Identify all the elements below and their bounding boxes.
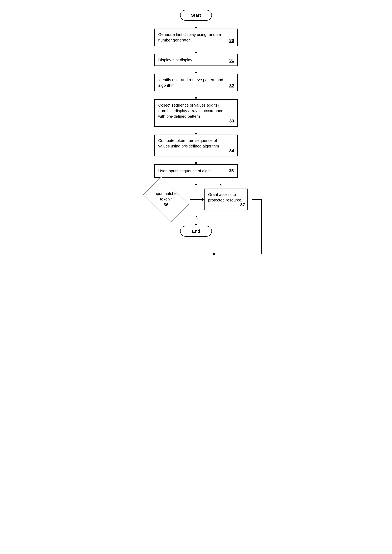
start-node: Start bbox=[180, 10, 212, 21]
step-35: User inputs sequence of digits 35 bbox=[154, 164, 238, 178]
grant-to-end-arrowhead bbox=[212, 253, 215, 256]
grant-box: Grant access to protected resource. 37 bbox=[204, 189, 248, 210]
no-path: N bbox=[193, 213, 199, 220]
arrow-6 bbox=[195, 156, 197, 164]
arrow-7 bbox=[195, 178, 197, 186]
arrow-4 bbox=[195, 91, 197, 99]
yes-label: Y bbox=[220, 183, 222, 188]
step-32: Identify user and retrieve pattern and a… bbox=[154, 74, 238, 91]
flowchart: Start Generate hint display using random… bbox=[126, 4, 266, 242]
decision-area: Input matches token? 36 Y Grant access t… bbox=[126, 186, 266, 237]
arrow-2 bbox=[195, 46, 197, 54]
no-label: N bbox=[196, 215, 199, 220]
decision-row: Input matches token? 36 Y Grant access t… bbox=[126, 186, 266, 213]
arrow-1 bbox=[195, 21, 197, 28]
end-node: End bbox=[180, 226, 212, 237]
arrow-8 bbox=[195, 220, 197, 226]
step-34: Compute token from sequence of values us… bbox=[154, 135, 238, 156]
step-31: Display hint display 31 bbox=[154, 54, 238, 66]
arrow-5 bbox=[195, 127, 197, 135]
arrow-3 bbox=[195, 66, 197, 74]
step-30: Generate hint display using random numbe… bbox=[154, 28, 238, 46]
decision-diamond: Input matches token? 36 bbox=[144, 186, 188, 213]
step-33: Collect sequence of values (digits) from… bbox=[154, 99, 238, 127]
yes-arrow bbox=[190, 198, 204, 201]
